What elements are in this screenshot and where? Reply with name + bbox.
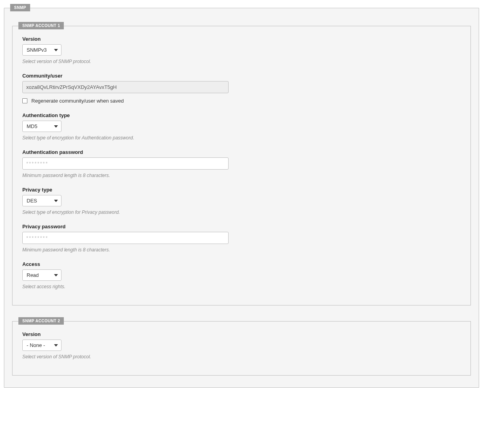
community-input[interactable] [22,81,229,93]
auth-type-select-value: MD5 [27,123,37,129]
version2-label: Version [22,331,461,337]
snmp-account-2-legend: SNMP ACCOUNT 2 [18,317,64,325]
chevron-down-icon [54,274,58,276]
privacy-password-helper: Minimum password length is 8 characters. [22,247,461,253]
access-helper: Select access rights. [22,284,461,289]
version-select[interactable]: SNMPv3 [22,44,61,56]
version-field: Version SNMPv3 Select version of SNMP pr… [22,36,461,64]
community-field: Community/user Regenerate community/user… [22,73,461,104]
auth-password-label: Authentication password [22,149,461,155]
version-select-value: SNMPv3 [27,47,47,53]
regenerate-label: Regenerate community/user when saved [31,98,124,104]
access-select-value: Read [27,272,39,278]
privacy-password-field: Privacy password Minimum password length… [22,224,461,253]
version2-select[interactable]: - None - [22,340,61,351]
privacy-type-select-value: DES [27,198,37,204]
snmp-panel: SNMP SNMP ACCOUNT 1 Version SNMPv3 Selec… [4,8,479,388]
snmp-panel-legend: SNMP [10,4,30,11]
access-field: Access Read Select access rights. [22,261,461,289]
privacy-type-field: Privacy type DES Select type of encrypti… [22,187,461,215]
chevron-down-icon [54,125,58,128]
privacy-type-label: Privacy type [22,187,461,193]
snmp-account-2-panel: SNMP ACCOUNT 2 Version - None - Select v… [12,321,471,376]
auth-type-label: Authentication type [22,112,461,118]
version-helper: Select version of SNMP protocol. [22,59,461,64]
version2-select-value: - None - [27,342,45,348]
snmp-account-1-legend: SNMP ACCOUNT 1 [18,22,64,29]
privacy-type-helper: Select type of encryption for Privacy pa… [22,210,461,215]
version2-helper: Select version of SNMP protocol. [22,354,461,359]
auth-type-helper: Select type of encryption for Authentica… [22,135,461,141]
privacy-password-input[interactable] [22,232,229,244]
auth-password-field: Authentication password Minimum password… [22,149,461,178]
privacy-password-label: Privacy password [22,224,461,229]
regenerate-row: Regenerate community/user when saved [22,98,461,104]
version-label: Version [22,36,461,42]
chevron-down-icon [54,200,58,202]
chevron-down-icon [54,49,58,51]
privacy-type-select[interactable]: DES [22,195,61,206]
auth-password-helper: Minimum password length is 8 characters. [22,173,461,178]
auth-password-input[interactable] [22,157,229,170]
access-select[interactable]: Read [22,269,61,281]
community-label: Community/user [22,73,461,79]
version2-field: Version - None - Select version of SNMP … [22,331,461,359]
regenerate-checkbox[interactable] [22,98,27,103]
snmp-account-1-panel: SNMP ACCOUNT 1 Version SNMPv3 Select ver… [12,26,471,305]
auth-type-field: Authentication type MD5 Select type of e… [22,112,461,141]
access-label: Access [22,261,461,267]
chevron-down-icon [54,344,58,347]
auth-type-select[interactable]: MD5 [22,121,61,132]
